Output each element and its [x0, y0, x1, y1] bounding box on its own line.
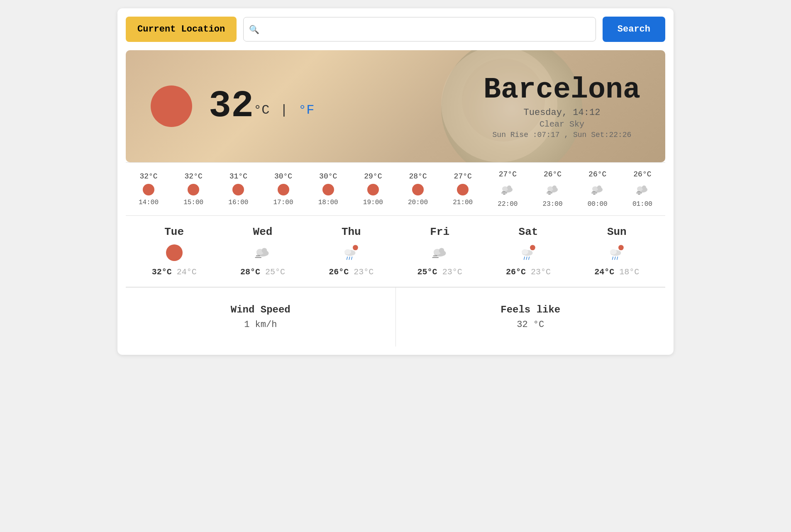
daily-low: 23°C — [531, 267, 551, 277]
daily-day-label: Sat — [519, 226, 538, 238]
daily-low: 23°C — [354, 267, 374, 277]
hourly-temp: 26°C — [588, 170, 606, 178]
daily-item: Tue 32°C 24°C — [145, 226, 203, 277]
daily-high: 24°C — [594, 267, 614, 277]
panel-0: Wind Speed 1 km/h — [126, 288, 396, 347]
unit-separator: | — [280, 102, 288, 118]
daily-temps: 28°C 25°C — [240, 267, 285, 277]
hourly-time: 17:00 — [273, 199, 293, 206]
hourly-time: 00:00 — [588, 200, 608, 208]
daily-temps: 24°C 18°C — [594, 267, 639, 277]
fahrenheit-unit: °F — [298, 102, 314, 118]
hourly-time: 18:00 — [318, 199, 338, 206]
svg-line-43 — [524, 257, 525, 259]
svg-line-34 — [352, 257, 352, 259]
daily-icon — [164, 242, 185, 263]
sun-icon — [367, 184, 379, 195]
rain-sun-icon — [343, 244, 359, 262]
svg-line-33 — [349, 257, 350, 259]
cloud-night-icon — [591, 182, 604, 197]
hourly-time: 22:00 — [498, 200, 518, 208]
hourly-time: 23:00 — [543, 200, 563, 208]
sun-icon — [322, 184, 334, 195]
svg-line-32 — [347, 257, 348, 259]
city-info: Barcelona Tuesday, 14:12 Clear Sky Sun R… — [483, 74, 640, 139]
daily-icon — [341, 242, 361, 263]
main-card: Current Location 🔍 Search 32°C | °F Barc… — [117, 8, 674, 355]
sun-icon — [143, 184, 154, 195]
hourly-item: 32°C 15:00 — [175, 172, 212, 206]
rain-sun-icon — [520, 244, 537, 262]
hourly-forecast: 32°C 14:00 32°C 15:00 31°C 16:00 30°C 17… — [126, 162, 665, 216]
panel-value: 32 °C — [404, 320, 657, 330]
hourly-time: 14:00 — [139, 199, 159, 206]
svg-point-31 — [344, 249, 351, 254]
panel-value: 1 km/h — [134, 320, 387, 330]
panel-title: Wind Speed — [134, 304, 387, 315]
hourly-item: 29°C 19:00 — [354, 172, 392, 206]
svg-line-51 — [617, 257, 618, 259]
hourly-temp: 31°C — [229, 172, 247, 181]
hourly-temp: 32°C — [139, 172, 157, 181]
hourly-temp: 26°C — [544, 170, 562, 178]
cloud-night-icon — [636, 182, 649, 197]
city-condition: Clear Sky — [483, 120, 640, 129]
panel-title: Feels like — [404, 304, 657, 315]
current-location-button[interactable]: Current Location — [126, 17, 237, 42]
hourly-temp: 28°C — [409, 172, 427, 181]
daily-icon — [606, 242, 627, 263]
daily-high: 32°C — [152, 267, 172, 277]
daily-temps: 32°C 24°C — [152, 267, 197, 277]
svg-point-1 — [502, 186, 508, 191]
city-datetime: Tuesday, 14:12 — [483, 107, 640, 118]
daily-item: Sun 24°C 18°C — [588, 226, 646, 277]
sun-icon — [151, 85, 192, 127]
daily-low: 24°C — [177, 267, 197, 277]
hourly-temp: 30°C — [319, 172, 337, 181]
hourly-time: 19:00 — [363, 199, 383, 206]
hourly-time: 15:00 — [183, 199, 203, 206]
bottom-panels: Wind Speed 1 km/h Feels like 32 °C — [126, 287, 665, 347]
hourly-temp: 27°C — [454, 172, 472, 181]
svg-point-48 — [610, 249, 617, 254]
daily-low: 18°C — [619, 267, 639, 277]
hourly-item: 27°C 22:00 — [489, 170, 526, 208]
daily-day-label: Sun — [607, 226, 627, 238]
hourly-item: 26°C 23:00 — [534, 170, 571, 208]
sun-icon — [188, 184, 199, 195]
svg-point-26 — [262, 248, 267, 253]
hourly-temp: 30°C — [274, 172, 292, 181]
temperature-value: 32 — [209, 85, 254, 127]
svg-line-44 — [526, 257, 527, 259]
cloud-night-icon — [501, 182, 514, 197]
svg-point-2 — [507, 185, 511, 190]
hourly-item: 26°C 01:00 — [624, 170, 661, 208]
search-input-wrap: 🔍 — [243, 17, 596, 41]
panel-1: Feels like 32 °C — [396, 288, 666, 347]
svg-point-46 — [618, 245, 624, 250]
search-input[interactable] — [243, 17, 596, 41]
sun-icon — [232, 184, 244, 195]
svg-point-29 — [353, 245, 358, 250]
daily-high: 28°C — [240, 267, 260, 277]
hero-banner: 32°C | °F Barcelona Tuesday, 14:12 Clear… — [126, 50, 665, 162]
daily-temps: 26°C 23°C — [329, 267, 374, 277]
search-icon: 🔍 — [249, 24, 259, 34]
sun-icon — [166, 244, 183, 261]
svg-point-14 — [597, 185, 601, 190]
hourly-item: 30°C 17:00 — [265, 172, 302, 206]
daily-high: 26°C — [506, 267, 526, 277]
daily-low: 25°C — [265, 267, 285, 277]
daily-item: Fri 25°C 23°C — [411, 226, 469, 277]
hourly-item: 27°C 21:00 — [444, 172, 481, 206]
daily-day-label: Thu — [342, 226, 361, 238]
svg-point-20 — [642, 185, 646, 190]
hero-content: 32°C | °F Barcelona Tuesday, 14:12 Clear… — [126, 74, 665, 139]
svg-point-42 — [522, 249, 528, 254]
daily-icon — [518, 242, 539, 263]
cloud-wind-icon — [432, 244, 448, 262]
hourly-item: 31°C 16:00 — [220, 172, 257, 206]
daily-low: 23°C — [442, 267, 462, 277]
svg-line-50 — [615, 257, 615, 259]
search-button[interactable]: Search — [603, 17, 665, 42]
